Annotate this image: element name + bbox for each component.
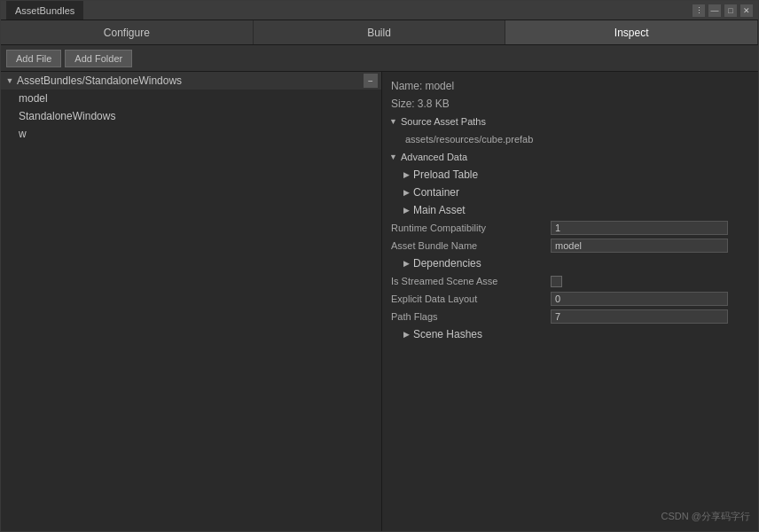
action-bar: Add File Add Folder (1, 45, 758, 72)
tree-child-w[interactable]: w (1, 125, 381, 143)
minimize-button[interactable]: — (708, 4, 721, 17)
asset-bundle-name-label: Asset Bundle Name (391, 240, 551, 251)
advanced-data-section[interactable]: ▼ Advanced Data (382, 148, 758, 166)
is-streamed-scene-row: Is Streamed Scene Asse (382, 272, 758, 290)
tree-child-model-label: model (19, 92, 48, 105)
preload-table-label: Preload Table (413, 168, 478, 181)
tab-configure[interactable]: Configure (1, 20, 254, 44)
preload-table-item[interactable]: ▶ Preload Table (382, 166, 758, 184)
preload-table-arrow: ▶ (403, 170, 410, 179)
collapse-button[interactable]: − (364, 74, 378, 88)
title-bar-controls: ⋮ — □ ✕ (692, 4, 753, 17)
size-label: Size: 3.8 KB (391, 98, 551, 110)
runtime-compatibility-input[interactable] (551, 221, 728, 235)
close-button[interactable]: ✕ (740, 4, 753, 17)
window-title-tab[interactable]: AssetBundles (6, 1, 83, 20)
add-file-button[interactable]: Add File (6, 50, 61, 67)
path-flags-label: Path Flags (391, 311, 551, 322)
source-asset-paths-section[interactable]: ▼ Source Asset Paths (382, 113, 758, 130)
path-flags-input[interactable] (551, 309, 728, 324)
maximize-button[interactable]: □ (724, 4, 737, 17)
container-arrow: ▶ (403, 188, 410, 197)
main-asset-item[interactable]: ▶ Main Asset (382, 201, 758, 219)
dependencies-label: Dependencies (413, 257, 481, 270)
asset-bundle-name-row: Asset Bundle Name (382, 237, 758, 254)
scene-hashes-item[interactable]: ▶ Scene Hashes (382, 325, 758, 343)
name-label: Name: model (391, 80, 551, 92)
source-paths-arrow: ▼ (389, 117, 397, 126)
advanced-data-label: Advanced Data (401, 152, 467, 162)
advanced-data-arrow: ▼ (389, 153, 397, 161)
is-streamed-scene-label: Is Streamed Scene Asse (391, 276, 551, 286)
tab-inspect[interactable]: Inspect (505, 20, 758, 44)
right-panel: Name: model Size: 3.8 KB ▼ Source Asset … (382, 72, 758, 531)
explicit-data-layout-input[interactable] (551, 292, 728, 306)
source-path-value: assets/resources/cube.prefab (391, 134, 551, 145)
main-content: ▼ AssetBundles/StandaloneWindows − model… (1, 72, 758, 531)
main-asset-arrow: ▶ (403, 206, 410, 215)
main-window: AssetBundles ⋮ — □ ✕ Configure Build Ins… (0, 0, 759, 532)
title-bar: AssetBundles ⋮ — □ ✕ (1, 1, 758, 20)
source-path-value-row: assets/resources/cube.prefab (382, 130, 758, 148)
add-folder-button[interactable]: Add Folder (65, 50, 132, 67)
tree-child-standalone[interactable]: StandaloneWindows (1, 107, 381, 125)
dependencies-arrow: ▶ (403, 259, 410, 268)
main-asset-label: Main Asset (413, 204, 466, 216)
container-item[interactable]: ▶ Container (382, 184, 758, 201)
scene-hashes-arrow: ▶ (403, 330, 410, 339)
tree-child-w-label: w (19, 128, 27, 140)
tab-build[interactable]: Build (254, 20, 506, 44)
tree-expand-arrow: ▼ (4, 75, 15, 86)
asset-bundle-name-input[interactable] (551, 239, 728, 253)
tree-root-item[interactable]: ▼ AssetBundles/StandaloneWindows − (1, 72, 381, 90)
runtime-compatibility-row: Runtime Compatibility (382, 219, 758, 237)
menu-button[interactable]: ⋮ (692, 4, 705, 17)
tree-root-label: AssetBundles/StandaloneWindows (17, 74, 182, 87)
explicit-data-layout-row: Explicit Data Layout (382, 290, 758, 308)
tree-child-model[interactable]: model (1, 90, 381, 107)
explicit-data-layout-label: Explicit Data Layout (391, 293, 551, 304)
size-row: Size: 3.8 KB (382, 95, 758, 113)
toolbar-tabs: Configure Build Inspect (1, 20, 758, 45)
container-label: Container (413, 186, 459, 199)
tree-child-standalone-label: StandaloneWindows (19, 110, 115, 122)
dependencies-item[interactable]: ▶ Dependencies (382, 254, 758, 272)
left-panel: ▼ AssetBundles/StandaloneWindows − model… (1, 72, 382, 531)
name-row: Name: model (382, 77, 758, 95)
path-flags-row: Path Flags (382, 308, 758, 325)
is-streamed-scene-checkbox[interactable] (551, 276, 562, 287)
scene-hashes-label: Scene Hashes (413, 328, 482, 340)
runtime-compatibility-label: Runtime Compatibility (391, 223, 551, 233)
source-paths-label: Source Asset Paths (401, 116, 486, 127)
